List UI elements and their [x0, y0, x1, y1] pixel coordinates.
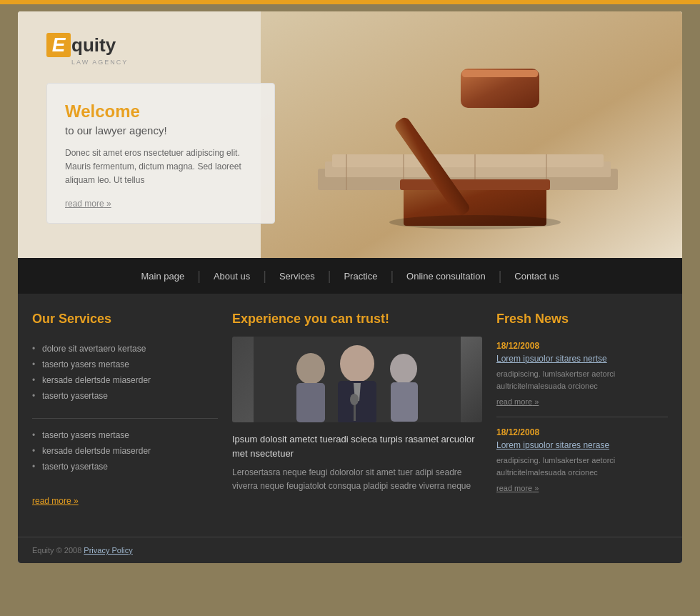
hero-read-more[interactable]: read more [65, 199, 111, 209]
list-item: dolore sit avertaero kertase [32, 341, 218, 357]
experience-column: Experience you can trust! [232, 312, 482, 506]
hero-welcome-box: Welcome to our lawyer agency! Donec sit … [46, 83, 275, 224]
nav-online-consultation[interactable]: Online consultation [394, 271, 499, 282]
experience-title: Experience you can trust! [232, 312, 482, 327]
footer-copyright: Equity © 2008 [32, 546, 81, 555]
list-item: kersade delertsde miaserder [32, 443, 218, 459]
nav-main-page[interactable]: Main page [128, 271, 197, 282]
services-column: Our Services dolore sit avertaero kertas… [32, 312, 218, 506]
svg-rect-12 [462, 70, 538, 77]
nav-practice[interactable]: Practice [331, 271, 390, 282]
news-link-2[interactable]: Lorem ipsuolor sitares nerase [496, 440, 668, 450]
news-text-2: eradipiscing. lumlsakertser aetorci ault… [496, 454, 668, 478]
hero-background-image [261, 11, 682, 258]
footer: Equity © 2008 Privacy Policy [18, 537, 682, 563]
svg-point-16 [296, 353, 325, 384]
svg-point-21 [390, 354, 417, 384]
hero-body-text: Donec sit amet eros nsectetuer adipiscin… [65, 146, 256, 188]
logo: E quity LAW AGENCY [46, 33, 128, 66]
list-item: taserto yasers mertase [32, 357, 218, 372]
news-read-more-2[interactable]: read more [496, 484, 539, 492]
news-separator [496, 417, 668, 417]
logo-text: quity [71, 34, 116, 56]
news-title: Fresh News [496, 312, 668, 327]
news-column: Fresh News 18/12/2008 Lorem ipsuolor sit… [496, 312, 668, 506]
services-read-more[interactable]: read more [32, 496, 79, 506]
content-area: Our Services dolore sit avertaero kertas… [18, 294, 682, 537]
hero-section: E quity LAW AGENCY Welcome to our lawyer… [18, 11, 682, 258]
news-date-1: 18/12/2008 [496, 341, 668, 351]
list-item: taserto yasertase [32, 388, 218, 404]
logo-sub: LAW AGENCY [71, 59, 128, 66]
svg-rect-9 [400, 179, 550, 190]
news-link-1[interactable]: Lorem ipsuolor sitares nertse [496, 354, 668, 364]
svg-rect-3 [332, 154, 604, 167]
experience-desc-title: Ipsum dolosit ametct tueradi scieca turp… [232, 432, 482, 460]
nav-contact-us[interactable]: Contact us [501, 271, 571, 282]
list-item: taserto yasertase [32, 459, 218, 475]
services-list-1: dolore sit avertaero kertase taserto yas… [32, 341, 218, 404]
nav-services[interactable]: Services [266, 271, 328, 282]
svg-point-18 [340, 345, 374, 382]
svg-rect-17 [296, 383, 325, 422]
svg-point-13 [389, 215, 561, 229]
services-title: Our Services [32, 312, 218, 327]
news-text-1: eradipiscing. lumlsakertser aetorci ault… [496, 368, 668, 392]
experience-image [232, 337, 482, 422]
experience-desc: Lerosertasra neque feugi dolorolor sit a… [232, 466, 482, 493]
news-read-more-1[interactable]: read more [496, 397, 539, 406]
hero-welcome-title: Welcome [65, 101, 256, 121]
list-item: kersade delertsde miaserder [32, 372, 218, 388]
hero-subtitle: to our lawyer agency! [65, 124, 256, 136]
svg-point-24 [350, 394, 359, 405]
logo-e-letter: E [46, 33, 71, 57]
svg-rect-22 [391, 382, 418, 422]
services-divider [32, 418, 218, 419]
news-date-2: 18/12/2008 [496, 427, 668, 437]
nav-about-us[interactable]: About us [201, 271, 263, 282]
list-item: taserto yasers mertase [32, 427, 218, 443]
footer-privacy-link[interactable]: Privacy Policy [84, 546, 132, 555]
navigation-bar: Main page | About us | Services | Practi… [18, 258, 682, 294]
services-list-2: taserto yasers mertase kersade delertsde… [32, 427, 218, 475]
